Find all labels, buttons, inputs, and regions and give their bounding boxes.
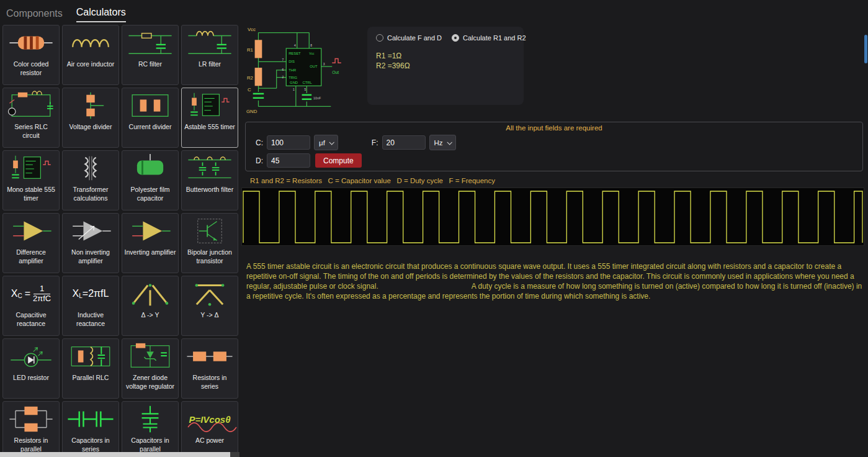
options-panel: Calculate F and D Calculate R1 and R2 R1… bbox=[367, 27, 524, 105]
legend: R1 and R2 = Resistors C = Capacitor valu… bbox=[250, 177, 868, 184]
tab-calculators[interactable]: Calculators bbox=[76, 7, 126, 22]
calc-tile-inductive-reactance[interactable]: XL=2πfL Inductive reactance bbox=[62, 276, 119, 336]
c-label: C: bbox=[256, 138, 263, 147]
pin-5: 5 bbox=[304, 88, 306, 91]
radio-label: Calculate F and D bbox=[387, 34, 442, 42]
calc-tile-led-resistor[interactable]: LED resistor bbox=[2, 338, 60, 399]
f-label: F: bbox=[372, 138, 378, 147]
non-inverting-amplifier-icon bbox=[63, 214, 119, 248]
zener-regulator-icon bbox=[122, 339, 178, 374]
r1-label: R1 bbox=[247, 47, 253, 53]
calc-tile-y-to-delta[interactable]: Y -> Δ bbox=[181, 276, 238, 336]
chip-dis-label: DIS bbox=[289, 60, 295, 63]
calc-tile-voltage-divider[interactable]: Voltage divider bbox=[62, 88, 119, 148]
y-to-delta-icon bbox=[182, 276, 238, 311]
inverting-amplifier-icon bbox=[122, 214, 178, 248]
pin-8: 8 bbox=[310, 44, 312, 47]
c-unit-select[interactable]: μf bbox=[314, 135, 338, 150]
calc-tile-delta-to-y[interactable]: Δ -> Y bbox=[122, 276, 179, 336]
capacitive-reactance-formula: XC=12πfC bbox=[3, 276, 59, 311]
sidebar-horizontal-scrollbar[interactable] bbox=[0, 452, 239, 457]
vcc-label: Vcc bbox=[248, 27, 256, 32]
chip-trig-label: TRIG bbox=[289, 76, 297, 79]
calc-tile-lr-filter[interactable]: LR filter bbox=[181, 25, 238, 85]
cap2-label: 10nF bbox=[313, 96, 321, 100]
c-label: C bbox=[248, 87, 251, 93]
ac-power-formula: P=IVcosθ bbox=[182, 402, 238, 437]
calc-tile-non-inverting-amplifier[interactable]: Non inverting amplifier bbox=[62, 213, 119, 273]
calc-tile-bipolar-junction-transistor[interactable]: Bipolar junction transistor bbox=[181, 213, 238, 273]
calc-tile-capacitors-in-series[interactable]: Capacitors in series bbox=[62, 401, 119, 452]
f-input[interactable] bbox=[382, 135, 426, 150]
capacitors bbox=[253, 94, 311, 99]
calc-tile-ac-power[interactable]: P=IVcosθ AC power bbox=[181, 401, 238, 452]
top-row: Vcc R1 R2 C GND RESET DIS THR TRIG GND C… bbox=[241, 24, 868, 117]
radio-calculate-f-and-d[interactable]: Calculate F and D bbox=[376, 34, 442, 42]
calculator-panel: Vcc R1 R2 C GND RESET DIS THR TRIG GND C… bbox=[241, 24, 868, 457]
vertical-scrollbar-thumb[interactable] bbox=[864, 35, 867, 63]
calc-tile-resistors-in-series[interactable]: Resistors in series bbox=[181, 338, 238, 399]
radio-calculate-r1-and-r2[interactable]: Calculate R1 and R2 bbox=[452, 34, 526, 42]
pin-4: 4 bbox=[294, 44, 296, 47]
inductor-coil-icon bbox=[63, 25, 119, 60]
inductive-reactance-formula: XL=2πfL bbox=[63, 276, 119, 311]
resistor-r1 bbox=[255, 40, 262, 58]
form-row-1: C: μf F: Hz bbox=[256, 135, 862, 150]
f-unit-select[interactable]: Hz bbox=[429, 135, 456, 150]
difference-amplifier-icon bbox=[3, 214, 59, 248]
compute-button[interactable]: Compute bbox=[315, 153, 362, 168]
result-r2: R2 =396Ω bbox=[376, 61, 515, 71]
chip-ctrl-label: CTRL bbox=[303, 81, 313, 84]
horizontal-scrollbar-thumb[interactable] bbox=[0, 452, 230, 457]
calc-tile-current-divider[interactable]: Current divider bbox=[122, 88, 179, 148]
result-r1: R1 =1Ω bbox=[376, 52, 515, 61]
tab-bar: Components Calculators bbox=[0, 0, 868, 22]
monostable-555-icon bbox=[3, 151, 59, 186]
calc-tile-zener-diode-voltage-regulator[interactable]: Zener diode voltage regulator bbox=[122, 338, 179, 399]
calc-tile-resistors-in-parallel[interactable]: Resistors in parallel bbox=[2, 401, 60, 452]
description-text: A 555 timer astable circuit is an electr… bbox=[246, 262, 863, 302]
astable-555-icon bbox=[182, 88, 238, 123]
waveform-plot bbox=[241, 188, 864, 246]
calc-tile-capacitive-reactance[interactable]: XC=12πfC Capacitive reactance bbox=[2, 276, 60, 336]
gnd-label: GND bbox=[246, 109, 257, 114]
calc-tile-polyester-film-capacitor[interactable]: Polyester film capacitor bbox=[122, 150, 179, 210]
r2-label: R2 bbox=[247, 75, 253, 81]
calc-tile-parallel-rlc[interactable]: Parallel RLC bbox=[62, 338, 119, 399]
calc-tile-difference-amplifier[interactable]: Difference amplifier bbox=[2, 213, 60, 273]
resistors-parallel-icon bbox=[3, 402, 59, 437]
d-label: D: bbox=[256, 156, 263, 165]
led-icon bbox=[3, 339, 59, 374]
chip-gnd-label: GND bbox=[290, 81, 298, 84]
resistors-series-icon bbox=[182, 339, 238, 374]
pin-1: 1 bbox=[293, 88, 295, 91]
astable-555-circuit-diagram: Vcc R1 R2 C GND RESET DIS THR TRIG GND C… bbox=[246, 24, 361, 115]
film-capacitor-icon bbox=[122, 151, 178, 186]
radio-circle-checked-icon bbox=[452, 34, 459, 42]
calc-tile-air-core-inductor[interactable]: Air core inductor bbox=[62, 25, 119, 85]
calc-tile-inverting-amplifier[interactable]: Inverting amplifier bbox=[122, 213, 179, 273]
resistor-r2 bbox=[255, 68, 262, 86]
chip-vcc-label: Vcc bbox=[309, 52, 315, 55]
c-input[interactable] bbox=[267, 135, 310, 150]
chip-thr-label: THR bbox=[289, 68, 296, 72]
series-rlc-icon bbox=[3, 88, 59, 123]
results-block: R1 =1Ω R2 =396Ω bbox=[376, 52, 515, 71]
calc-tile-transformer-calculations[interactable]: Transformer calculations bbox=[62, 150, 119, 210]
calculator-grid: Color coded resistor Air core inductor R… bbox=[2, 25, 238, 452]
d-input[interactable] bbox=[267, 153, 310, 168]
calc-tile-astable-555-timer[interactable]: Astable 555 timer bbox=[181, 88, 238, 148]
calc-tile-rc-filter[interactable]: RC filter bbox=[122, 25, 179, 85]
pin-7: 7 bbox=[282, 58, 284, 61]
f-unit-value: Hz bbox=[434, 139, 443, 147]
radio-circle-icon bbox=[376, 34, 383, 42]
calc-tile-color-coded-resistor[interactable]: Color coded resistor bbox=[2, 25, 60, 85]
calc-tile-butterworth-filter[interactable]: Butterworth filter bbox=[181, 150, 238, 210]
calc-tile-series-rlc-circuit[interactable]: Series RLC circuit bbox=[2, 88, 60, 148]
calc-tile-capacitors-in-parallel[interactable]: Capacitors in parallel bbox=[122, 401, 179, 452]
square-wave-chart bbox=[242, 188, 864, 245]
input-form: All the input fields are required C: μf … bbox=[245, 122, 863, 171]
calc-tile-mono-stable-555-timer[interactable]: Mono stable 555 timer bbox=[2, 150, 60, 210]
tab-components[interactable]: Components bbox=[6, 8, 63, 22]
form-row-2: D: Compute bbox=[256, 153, 862, 168]
